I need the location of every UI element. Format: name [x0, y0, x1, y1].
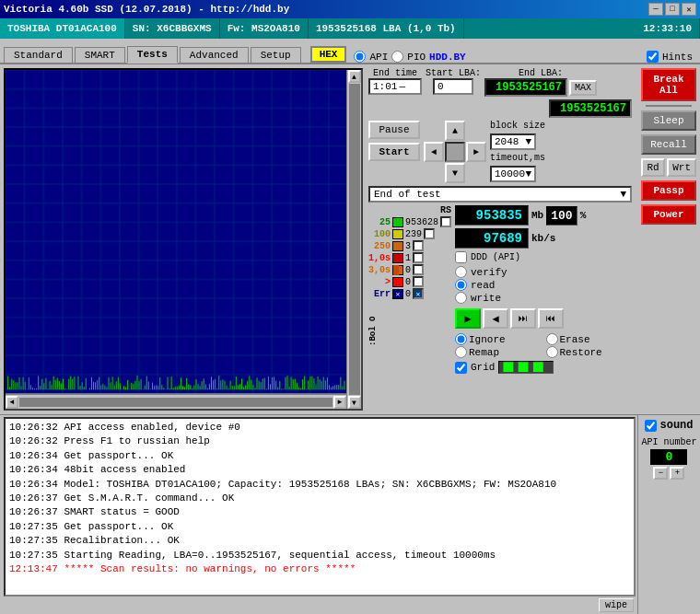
window-controls[interactable]: — □ ✕ — [648, 3, 696, 16]
api-spin-down[interactable]: − — [653, 467, 668, 480]
wipe-button[interactable]: wipe — [599, 598, 634, 612]
power-button[interactable]: Power — [641, 204, 696, 225]
block-size-value: 2048 — [495, 136, 519, 147]
bb-row-25: 25 953628 — [368, 216, 451, 227]
sleep-button[interactable]: Sleep — [641, 110, 696, 131]
action-arrow: ▼ — [620, 189, 626, 200]
side-buttons: Break All Sleep Recall Rd Wrt Passp Powe… — [637, 64, 700, 414]
scroll-up[interactable]: ▲ — [348, 70, 361, 83]
block-size-dropdown[interactable]: 2048 ▼ — [490, 133, 536, 150]
arrow-left[interactable]: ◄ — [424, 142, 444, 162]
arrow-br — [466, 163, 486, 183]
graph-scrollbar[interactable]: ▲ ▼ — [346, 70, 361, 409]
pct-unit: % — [580, 210, 587, 221]
pct-value: 100 — [546, 206, 577, 226]
fw-info: Fw: MS2OA810 — [220, 18, 309, 39]
tab-smart[interactable]: SMART — [75, 47, 125, 63]
scroll-left[interactable]: ◄ — [6, 396, 18, 409]
bb-check-25[interactable] — [440, 216, 451, 227]
verify-row: verify — [455, 266, 636, 278]
remap-row: Remap — [455, 346, 544, 358]
timeout-dropdown[interactable]: 10000 ▼ — [490, 166, 536, 182]
verify-radio[interactable] — [455, 266, 467, 278]
bb-color-1s — [392, 253, 403, 263]
log-section: 10:26:32 API access enabled, device #010… — [0, 415, 637, 614]
max-button[interactable]: MAX — [569, 80, 597, 96]
lba-display-row2: 1953525167 — [368, 99, 636, 118]
ddd-checkbox[interactable] — [455, 251, 467, 263]
write-radio[interactable] — [455, 292, 467, 304]
nav-arrows: ▲ ◄ ► ▼ — [424, 121, 486, 183]
scroll-down[interactable]: ▼ — [348, 396, 361, 409]
remap-radio[interactable] — [455, 346, 467, 358]
timeout-value: 10000 — [495, 168, 525, 180]
stop-button[interactable]: ◀ — [483, 308, 508, 329]
mb-value: 953835 — [455, 205, 529, 226]
bb-label-gt: > — [368, 277, 391, 287]
write-row: write — [455, 292, 636, 304]
title-text: Victoria 4.60b SSD (12.07.2018) - http:/… — [4, 4, 289, 15]
rd-button[interactable]: Rd — [641, 158, 665, 177]
passp-button[interactable]: Passp — [641, 180, 696, 201]
scroll-right[interactable]: ► — [333, 396, 346, 409]
bb-count-err: 0 — [405, 289, 411, 299]
play-button[interactable]: ▶ — [455, 308, 481, 329]
erase-label: Erase — [560, 334, 590, 345]
arrow-up[interactable]: ▲ — [445, 121, 465, 141]
sound-checkbox[interactable] — [645, 420, 657, 432]
sound-label: sound — [659, 419, 693, 432]
start-lba-input[interactable]: 0 — [433, 78, 473, 95]
arrow-down[interactable]: ▼ — [445, 163, 465, 183]
api-spin-up[interactable]: + — [670, 467, 684, 480]
hex-button[interactable]: HEX — [310, 46, 347, 63]
bb-check-3s[interactable] — [413, 264, 424, 275]
close-button[interactable]: ✕ — [682, 3, 696, 16]
read-radio[interactable] — [455, 279, 467, 291]
tab-setup[interactable]: Setup — [251, 47, 301, 63]
log-area[interactable]: 10:26:32 API access enabled, device #010… — [4, 417, 636, 597]
start-button[interactable]: Start — [368, 143, 420, 161]
restore-row: Restore — [546, 346, 636, 358]
bb-check-gt[interactable] — [413, 276, 424, 287]
bb-check-250[interactable] — [413, 240, 424, 251]
wrt-button[interactable]: Wrt — [667, 158, 696, 177]
hdd-by-link[interactable]: HDD.BY — [429, 52, 466, 63]
bb-color-gt — [392, 277, 403, 287]
skip-fwd-button[interactable]: ⏭ — [510, 308, 536, 329]
end-time-input[interactable]: 1:01 — — [368, 78, 422, 95]
bb-color-250 — [392, 241, 403, 251]
tab-tests[interactable]: Tests — [127, 46, 178, 64]
ignore-radio[interactable] — [455, 333, 467, 345]
bb-label-1s: 1,0s — [368, 253, 391, 263]
mb-row: 953835 Mb 100 % — [455, 205, 636, 226]
restore-radio[interactable] — [546, 346, 558, 358]
nav-bar: Standard SMART Tests Advanced Setup HEX … — [0, 39, 700, 64]
arrow-center — [445, 142, 465, 162]
bb-count-3s: 0 — [405, 265, 411, 275]
bb-check-1s[interactable] — [413, 252, 424, 263]
ddd-label: DDD (API) — [471, 252, 520, 262]
grid-row: Grid ██ ██ ██ — [455, 361, 636, 374]
pause-button[interactable]: Pause — [368, 121, 420, 139]
bb-check-err[interactable]: ✕ — [413, 288, 424, 299]
graph-hscrollbar[interactable]: ◄ ► — [6, 394, 346, 409]
bb-label-250: 250 — [368, 241, 391, 251]
grid-checkbox[interactable] — [455, 362, 467, 374]
recall-button[interactable]: Recall — [641, 134, 696, 155]
skip-end-button[interactable]: ⏮ — [538, 308, 564, 329]
minimize-button[interactable]: — — [648, 3, 663, 16]
action-dropdown[interactable]: End of test ▼ — [368, 186, 632, 203]
bb-color-err: ✕ — [392, 289, 403, 299]
vrw-section: verify read write — [455, 266, 636, 304]
bb-check-100[interactable] — [424, 228, 435, 239]
action-radios: Ignore Erase Remap Restore — [455, 333, 636, 358]
tab-standard[interactable]: Standard — [4, 47, 73, 63]
arrow-right[interactable]: ► — [466, 142, 486, 162]
tab-advanced[interactable]: Advanced — [180, 47, 249, 63]
erase-radio[interactable] — [546, 333, 558, 345]
api-radio[interactable] — [354, 51, 366, 63]
break-all-button[interactable]: Break All — [641, 68, 696, 101]
maximize-button[interactable]: □ — [665, 3, 680, 16]
hints-checkbox[interactable] — [647, 51, 659, 63]
pio-radio[interactable] — [391, 51, 403, 63]
